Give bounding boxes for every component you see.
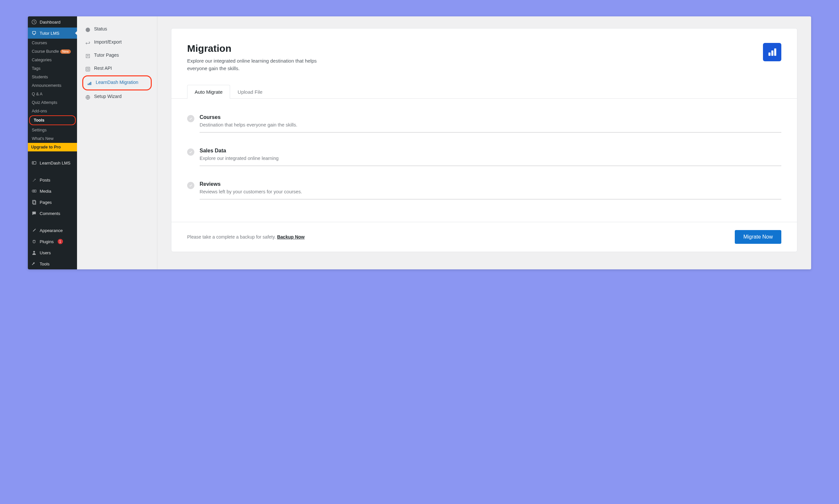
sidebar-sub-course-bundle[interactable]: Course BundleNew <box>28 47 77 56</box>
migration-card: Migration Explore our integrated online … <box>171 28 797 252</box>
migration-item-sales: Sales Data Explore our integrated online… <box>187 142 781 175</box>
tool-label: Import/Export <box>94 39 122 44</box>
api-icon <box>85 66 91 72</box>
sidebar-item-label: Plugins <box>40 239 54 244</box>
tabs: Auto Migrate Upload File <box>172 85 797 98</box>
svg-rect-20 <box>774 49 776 56</box>
tool-label: Status <box>94 26 107 32</box>
svg-rect-1 <box>33 32 35 34</box>
learndash-logo <box>763 43 781 61</box>
pie-icon <box>85 27 91 33</box>
sidebar-item-label: Media <box>40 189 51 194</box>
sidebar-item-label: Dashboard <box>40 20 60 24</box>
sidebar-tutor-lms[interactable]: Tutor LMS <box>28 28 77 39</box>
sidebar-sub-courses[interactable]: Courses <box>28 39 77 47</box>
sidebar-comments[interactable]: Comments <box>28 208 77 219</box>
main-content: Migration Explore our integrated online … <box>157 16 811 269</box>
svg-rect-19 <box>771 51 773 56</box>
new-badge: New <box>60 50 71 54</box>
comment-icon <box>31 210 37 216</box>
svg-rect-13 <box>86 67 90 71</box>
svg-rect-16 <box>90 82 91 85</box>
item-desc: Reviews left by your customers for your … <box>200 189 781 194</box>
tool-setup-wizard[interactable]: Setup Wizard <box>82 90 152 104</box>
media-icon <box>31 188 37 194</box>
sidebar-sub-announcements[interactable]: Announcements <box>28 81 77 90</box>
svg-rect-14 <box>88 84 89 85</box>
pages-icon <box>31 199 37 205</box>
sidebar-item-label: Tools <box>40 262 50 266</box>
sidebar-posts[interactable]: Posts <box>28 174 77 185</box>
migration-item-reviews: Reviews Reviews left by your customers f… <box>187 175 781 209</box>
sidebar-item-label: Users <box>40 250 51 255</box>
sidebar-item-label: Pages <box>40 200 52 205</box>
learndash-icon <box>31 160 37 166</box>
sidebar-users[interactable]: Users <box>28 247 77 258</box>
sidebar-plugins[interactable]: Plugins 1 <box>28 236 77 247</box>
globe-icon <box>85 94 91 100</box>
tool-import-export[interactable]: Import/Export <box>82 36 152 49</box>
sidebar-pages[interactable]: Pages <box>28 197 77 208</box>
pin-icon <box>31 177 37 183</box>
page-title: Migration <box>187 43 325 54</box>
footer-text: Please take a complete a backup for safe… <box>187 234 304 239</box>
sidebar-sub-tags[interactable]: Tags <box>28 64 77 73</box>
sidebar-sub-qa[interactable]: Q & A <box>28 90 77 98</box>
check-icon <box>187 148 194 156</box>
progress-bar <box>200 132 781 133</box>
page-subtitle: Explore our integrated online learning d… <box>187 57 325 72</box>
migrate-now-button[interactable]: Migrate Now <box>735 230 781 244</box>
tool-status[interactable]: Status <box>82 23 152 36</box>
svg-point-2 <box>34 34 35 35</box>
progress-bar <box>200 165 781 166</box>
tool-label: Rest API <box>94 66 112 71</box>
tab-auto-migrate[interactable]: Auto Migrate <box>187 85 230 98</box>
tool-tutor-pages[interactable]: Tutor Pages <box>82 49 152 62</box>
item-title: Courses <box>200 114 781 120</box>
tool-rest-api[interactable]: Rest API <box>82 62 152 75</box>
sidebar-sub-categories[interactable]: Categories <box>28 56 77 64</box>
sidebar-media[interactable]: Media <box>28 185 77 197</box>
progress-bar <box>200 199 781 200</box>
arrows-icon <box>85 40 91 46</box>
svg-point-9 <box>33 251 35 253</box>
svg-rect-18 <box>769 52 770 56</box>
sidebar-sub-tools[interactable]: Tools <box>29 115 76 125</box>
upgrade-to-pro[interactable]: Upgrade to Pro <box>28 143 77 151</box>
sidebar-appearance[interactable]: Appearance <box>28 225 77 236</box>
tools-sidebar: Status Import/Export Tutor Pages Rest AP… <box>77 16 157 269</box>
migration-item-courses: Courses Destination that helps everyone … <box>187 108 781 142</box>
tab-upload-file[interactable]: Upload File <box>230 85 270 98</box>
sidebar-sub-whats-new[interactable]: What's New <box>28 134 77 143</box>
sidebar-dashboard[interactable]: Dashboard <box>28 16 77 28</box>
backup-now-link[interactable]: Backup Now <box>277 234 304 239</box>
item-desc: Explore our integrated online learning <box>200 156 781 161</box>
bars-icon <box>87 80 92 86</box>
tutor-icon <box>31 30 37 36</box>
check-icon <box>187 182 194 189</box>
svg-rect-4 <box>33 162 34 163</box>
item-title: Reviews <box>200 181 781 187</box>
migration-list: Courses Destination that helps everyone … <box>172 98 797 222</box>
sidebar-sub-addons[interactable]: Add-ons <box>28 107 77 115</box>
card-footer: Please take a complete a backup for safe… <box>172 222 797 252</box>
sidebar-sub-settings[interactable]: Settings <box>28 126 77 134</box>
sidebar-sub-students[interactable]: Students <box>28 73 77 81</box>
check-icon <box>187 115 194 122</box>
dashboard-icon <box>31 19 37 25</box>
tool-label: Setup Wizard <box>94 94 122 99</box>
sidebar-tools[interactable]: Tools <box>28 258 77 269</box>
card-header: Migration Explore our integrated online … <box>172 29 797 79</box>
sidebar-item-label: LearnDash LMS <box>40 161 70 165</box>
sidebar-sub-quiz-attempts[interactable]: Quiz Attempts <box>28 98 77 107</box>
wrench-icon <box>31 261 37 267</box>
plug-icon <box>31 238 37 245</box>
tool-label: Tutor Pages <box>94 52 119 58</box>
wp-admin-sidebar: Dashboard Tutor LMS Courses Course Bundl… <box>28 16 77 269</box>
user-icon <box>31 250 37 256</box>
page-icon <box>85 53 91 59</box>
sidebar-item-label: Tutor LMS <box>40 31 59 36</box>
item-title: Sales Data <box>200 148 781 154</box>
sidebar-learndash[interactable]: LearnDash LMS <box>28 157 77 168</box>
tool-learndash-migration[interactable]: LearnDash Migration <box>82 75 152 90</box>
